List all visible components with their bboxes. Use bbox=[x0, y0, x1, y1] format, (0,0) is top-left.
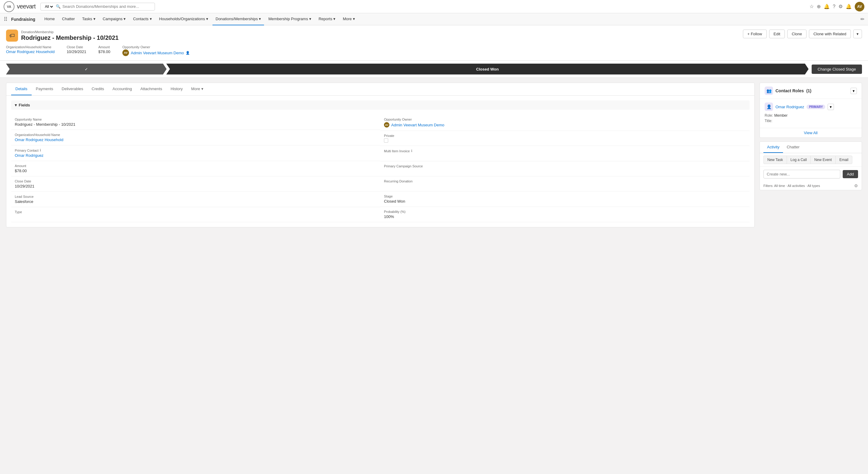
field-opportunity-name-value: Rodriguez - Membership - 10/2021 ✏ bbox=[15, 122, 377, 127]
tab-more[interactable]: More ▾ bbox=[187, 83, 207, 95]
nav-reports[interactable]: Reports ▾ bbox=[315, 13, 339, 25]
tab-deliverables[interactable]: Deliverables bbox=[58, 83, 88, 95]
fields-right-col: Opportunity Owner AV Admin Veevart Museu… bbox=[380, 115, 749, 222]
follow-button[interactable]: + Follow bbox=[743, 30, 767, 38]
reports-dropdown-icon: ▾ bbox=[333, 17, 336, 21]
multi-invoice-info-icon[interactable]: ℹ bbox=[411, 149, 412, 153]
contact-item-chevron[interactable]: ▾ bbox=[828, 104, 834, 110]
field-private-value: ✏ bbox=[384, 139, 746, 143]
field-private: Private ✏ bbox=[380, 131, 749, 146]
record-title: Rodriguez - Membership - 10/2021 bbox=[21, 34, 119, 41]
search-icon: 🔍 bbox=[56, 4, 61, 9]
tab-attachments[interactable]: Attachments bbox=[136, 83, 166, 95]
field-primary-campaign-value: ✏ bbox=[384, 169, 746, 173]
log-call-button[interactable]: Log a Call bbox=[786, 156, 810, 164]
nav-chatter[interactable]: Chatter bbox=[59, 13, 78, 25]
field-close-date: Close Date 10/29/2021 ✏ bbox=[11, 176, 380, 192]
connect-icon[interactable]: 🔔 bbox=[824, 4, 830, 9]
stage-completed: ✓ bbox=[6, 64, 167, 75]
tab-chatter[interactable]: Chatter bbox=[783, 142, 803, 153]
close-date-field: Close Date 10/29/2021 bbox=[67, 45, 86, 56]
filters-gear-icon[interactable]: ⚙ bbox=[854, 183, 858, 188]
field-amount: Amount $78.00 ✏ bbox=[11, 161, 380, 176]
field-primary-contact-value[interactable]: Omar Rodriguez ✏ bbox=[15, 153, 377, 158]
tab-payments[interactable]: Payments bbox=[32, 83, 58, 95]
private-checkbox[interactable] bbox=[384, 139, 388, 143]
record-header-top: 🏷 Donation/Membership Rodriguez - Member… bbox=[6, 30, 862, 41]
fields-section-title: Fields bbox=[19, 103, 30, 107]
title-row: Title: bbox=[765, 119, 857, 123]
user-avatar[interactable]: AV bbox=[855, 2, 864, 11]
grid-icon[interactable]: ⠿ bbox=[4, 16, 7, 23]
nav-tasks[interactable]: Tasks ▾ bbox=[79, 13, 98, 25]
email-button[interactable]: Email bbox=[835, 156, 852, 164]
search-type-select[interactable]: All bbox=[44, 4, 54, 9]
logo-icon: VA bbox=[4, 1, 14, 12]
nav-more[interactable]: More ▾ bbox=[340, 13, 358, 25]
owner-value[interactable]: Admin Veevart Museum Demo bbox=[131, 51, 184, 55]
fields-section-header[interactable]: ▾ Fields bbox=[11, 100, 749, 110]
field-primary-contact: Primary Contact ℹ Omar Rodriguez ✏ bbox=[11, 145, 380, 161]
record-actions: + Follow Edit Clone Clone with Related ▾ bbox=[743, 30, 862, 38]
filters-text: Filters: All time · All activities · All… bbox=[764, 184, 820, 187]
app-name: Fundraising bbox=[11, 17, 35, 22]
contact-avatar-icon: 👤 bbox=[765, 102, 773, 111]
nav-households[interactable]: Households/Organizations ▾ bbox=[156, 13, 211, 25]
activity-tabs: Activity Chatter bbox=[760, 142, 862, 153]
setup-icon[interactable]: ⊕ bbox=[817, 4, 821, 9]
field-type: Type ✏ bbox=[11, 207, 380, 222]
collapse-icon: ▾ bbox=[15, 103, 17, 107]
search-input[interactable] bbox=[62, 4, 152, 9]
clone-button[interactable]: Clone bbox=[787, 30, 807, 38]
new-task-button[interactable]: New Task bbox=[764, 156, 786, 164]
nav-home[interactable]: Home bbox=[41, 13, 58, 25]
more-actions-button[interactable]: ▾ bbox=[853, 30, 862, 38]
bell-icon[interactable]: 🔔 bbox=[846, 4, 852, 9]
app-navigation: ⠿ Fundraising Home Chatter Tasks ▾ Campa… bbox=[0, 13, 868, 25]
nav-edit-icon[interactable]: ✏ bbox=[861, 16, 864, 22]
clone-with-related-button[interactable]: Clone with Related bbox=[809, 30, 851, 38]
edit-button[interactable]: Edit bbox=[769, 30, 785, 38]
view-all-link[interactable]: View All bbox=[760, 128, 862, 138]
create-new-input[interactable] bbox=[764, 170, 840, 178]
tab-activity[interactable]: Activity bbox=[764, 142, 783, 153]
help-icon[interactable]: ? bbox=[833, 4, 835, 9]
field-private-label: Private bbox=[384, 134, 746, 138]
stage-progress: ✓ Closed Won bbox=[6, 64, 809, 75]
create-new-row: Add bbox=[760, 167, 862, 181]
field-opp-owner-value[interactable]: AV Admin Veevart Museum Demo ✏ bbox=[384, 122, 746, 127]
field-stage: Stage Closed Won ✏ bbox=[380, 191, 749, 207]
contact-roles-card: 👥 Contact Roles (1) ▾ 👤 Omar Rodriguez P… bbox=[760, 83, 862, 138]
close-date-value: 10/29/2021 bbox=[67, 50, 86, 54]
filters-row: Filters: All time · All activities · All… bbox=[760, 181, 862, 190]
field-stage-label: Stage bbox=[384, 195, 746, 198]
org-household-value[interactable]: Omar Rodriguez Household bbox=[6, 50, 55, 54]
search-bar[interactable]: All 🔍 bbox=[40, 3, 155, 10]
tab-credits[interactable]: Credits bbox=[87, 83, 108, 95]
nav-membership-programs[interactable]: Membership Programs ▾ bbox=[265, 13, 314, 25]
field-type-label: Type bbox=[15, 210, 377, 214]
field-org-household-value[interactable]: Omar Rodriguez Household ✏ bbox=[15, 138, 377, 142]
contact-roles-chevron[interactable]: ▾ bbox=[850, 88, 857, 94]
field-recurring-donation: Recurring Donation ✏ bbox=[380, 176, 749, 191]
tab-accounting[interactable]: Accounting bbox=[108, 83, 136, 95]
primary-contact-info-icon[interactable]: ℹ bbox=[40, 148, 41, 152]
nav-campaigns[interactable]: Campaigns ▾ bbox=[100, 13, 129, 25]
nav-donations[interactable]: Donations/Memberships ▾ bbox=[213, 13, 264, 25]
contact-roles-icon: 👥 bbox=[765, 87, 773, 95]
tab-details[interactable]: Details bbox=[11, 83, 32, 95]
contact-roles-title: Contact Roles bbox=[775, 88, 804, 93]
add-button[interactable]: Add bbox=[843, 170, 858, 178]
favorites-icon[interactable]: ☆ bbox=[809, 4, 814, 9]
new-event-button[interactable]: New Event bbox=[810, 156, 835, 164]
field-probability: Probability (%) 100% ✏ bbox=[380, 207, 749, 222]
app-logo-text: veevart bbox=[17, 3, 36, 10]
top-navigation: VA veevart All 🔍 ☆ ⊕ 🔔 ? ⚙ 🔔 AV bbox=[0, 0, 868, 13]
contact-name-link[interactable]: Omar Rodriguez bbox=[775, 105, 804, 109]
nav-contacts[interactable]: Contacts ▾ bbox=[130, 13, 155, 25]
left-panel: Details Payments Deliverables Credits Ac… bbox=[6, 83, 755, 227]
change-stage-button[interactable]: Change Closed Stage bbox=[812, 64, 862, 74]
org-household-field: Organization/Household Name Omar Rodrigu… bbox=[6, 45, 55, 56]
tab-history[interactable]: History bbox=[166, 83, 187, 95]
settings-icon[interactable]: ⚙ bbox=[838, 4, 843, 9]
